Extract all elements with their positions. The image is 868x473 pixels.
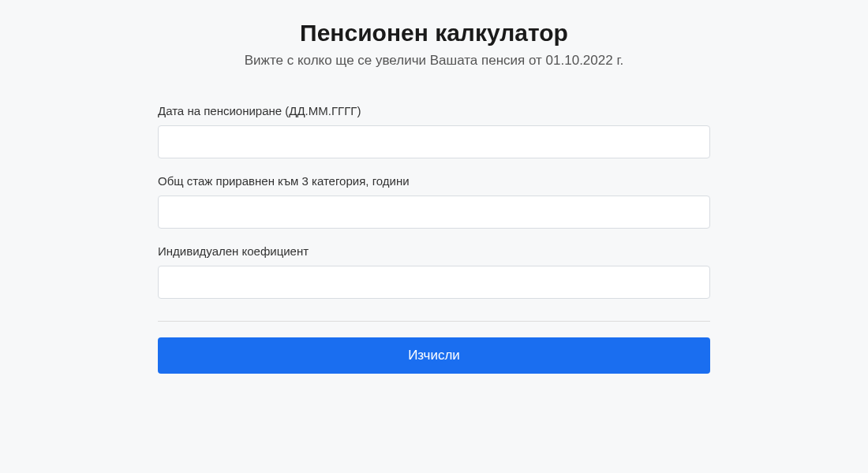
label-years-service: Общ стаж приравнен към 3 категория, годи… [158,174,710,188]
form-group-retirement-date: Дата на пенсиониране (ДД.ММ.ГГГГ) [158,104,710,158]
page-subtitle: Вижте с колко ще се увеличи Вашата пенси… [158,53,710,69]
form-group-years-service: Общ стаж приравнен към 3 категория, годи… [158,174,710,229]
form-group-coefficient: Индивидуален коефициент [158,244,710,299]
page-title: Пенсионен калкулатор [158,20,710,47]
input-years-service[interactable] [158,196,710,229]
label-retirement-date: Дата на пенсиониране (ДД.ММ.ГГГГ) [158,104,710,117]
calculator-container: Пенсионен калкулатор Вижте с колко ще се… [158,0,710,374]
input-retirement-date[interactable] [158,125,710,158]
input-coefficient[interactable] [158,266,710,299]
calculate-button[interactable]: Изчисли [158,337,710,374]
form-divider [158,321,710,322]
label-coefficient: Индивидуален коефициент [158,244,710,258]
